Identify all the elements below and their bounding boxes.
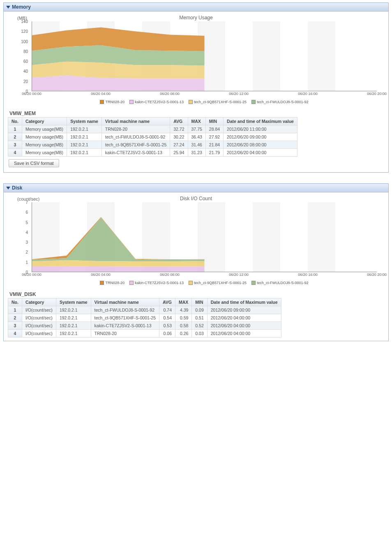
table-row: 3 Memory usage(MB) 192.0.2.1 tech_ct-9QB… <box>8 141 297 149</box>
mem-table-title: VMW_MEM <box>9 111 385 116</box>
svg-marker-0 <box>32 27 205 51</box>
disk-chart: 765 432 10 06/20 00:00 0 <box>7 202 385 287</box>
collapse-icon <box>6 6 10 9</box>
table-row: 2 Memory usage(MB) 192.0.2.1 tech_ct-FWU… <box>8 133 297 141</box>
disk-series <box>32 202 377 272</box>
mem-y-ticks: 140120100 806040 200 <box>7 21 30 91</box>
disk-chart-title: Disk I/O Count <box>7 196 385 201</box>
save-csv-button[interactable]: Save in CSV format <box>9 159 59 167</box>
mem-table: No. Category System name Virtual machine… <box>8 117 297 157</box>
col-vm[interactable]: Virtual machine name <box>91 298 159 306</box>
disk-x-ticks: 06/20 00:00 06/20 04:00 06/20 08:00 06/2… <box>32 273 377 278</box>
disk-panel-title: Disk <box>12 185 22 191</box>
table-row: 4 Memory usage(MB) 192.0.2.1 kakin-CTE7Z… <box>8 149 297 157</box>
mem-legend: TRN028-20 kakin-CTE7ZJSV2-S-0001-13 tech… <box>32 98 377 106</box>
col-system[interactable]: System name <box>56 298 91 306</box>
col-avg[interactable]: AVG <box>159 298 175 306</box>
col-no[interactable]: No. <box>8 118 22 125</box>
table-row: 1 Memory usage(MB) 192.0.2.1 TRN028-20 3… <box>8 125 297 133</box>
table-header-row: No. Category System name Virtual machine… <box>8 118 297 125</box>
disk-legend: TRN028-20 kakin-CTE7ZJSV2-S-0001-13 tech… <box>32 279 377 287</box>
svg-marker-7 <box>32 266 205 272</box>
col-category[interactable]: Category <box>22 298 56 306</box>
col-no[interactable]: No. <box>8 298 22 306</box>
col-avg[interactable]: AVG <box>170 118 188 125</box>
col-min[interactable]: MIN <box>192 298 207 306</box>
col-max[interactable]: MAX <box>175 298 191 306</box>
table-row: 4 I/O(count/sec) 192.0.2.1 TRN028-20 0.0… <box>8 330 281 338</box>
disk-panel-header[interactable]: Disk <box>4 184 388 192</box>
table-row: 1 I/O(count/sec) 192.0.2.1 tech_ct-FWULD… <box>8 306 281 314</box>
col-system[interactable]: System name <box>67 118 102 125</box>
table-header-row: No. Category System name Virtual machine… <box>8 298 281 306</box>
mem-chart-title: Memory Usage <box>7 15 385 21</box>
memory-panel-header[interactable]: Memory <box>4 3 388 12</box>
memory-panel: Memory (MB) Memory Usage 140120100 80604… <box>3 2 389 173</box>
table-row: 3 I/O(count/sec) 192.0.2.1 kakin-CTE7ZJS… <box>8 322 281 330</box>
disk-plot-area <box>32 202 377 272</box>
col-category[interactable]: Category <box>22 118 67 125</box>
col-max[interactable]: MAX <box>188 118 205 125</box>
disk-table-title: VMW_DISK <box>9 291 385 297</box>
disk-panel: Disk (count/sec) Disk I/O Count 765 432 … <box>3 183 389 341</box>
memory-chart: 140120100 806040 200 <box>7 21 385 106</box>
memory-panel-body: (MB) Memory Usage 140120100 806040 200 <box>4 12 388 172</box>
mem-x-ticks: 06/20 00:00 06/20 04:00 06/20 08:00 06/2… <box>32 92 377 97</box>
mem-series <box>32 21 377 91</box>
svg-marker-5 <box>32 217 205 261</box>
collapse-icon <box>6 187 10 190</box>
memory-panel-title: Memory <box>12 4 31 10</box>
disk-table: No. Category System name Virtual machine… <box>8 298 281 338</box>
col-datetime[interactable]: Date and time of Maximum value <box>207 298 281 306</box>
col-vm[interactable]: Virtual machine name <box>101 118 170 125</box>
table-row: 2 I/O(count/sec) 192.0.2.1 tech_ct-9QB57… <box>8 314 281 322</box>
disk-y-ticks: 765 432 10 <box>7 202 30 272</box>
disk-panel-body: (count/sec) Disk I/O Count 765 432 10 <box>4 192 388 341</box>
mem-plot-area <box>32 21 377 91</box>
col-datetime[interactable]: Date and time of Maximum value <box>224 118 297 125</box>
col-min[interactable]: MIN <box>205 118 223 125</box>
